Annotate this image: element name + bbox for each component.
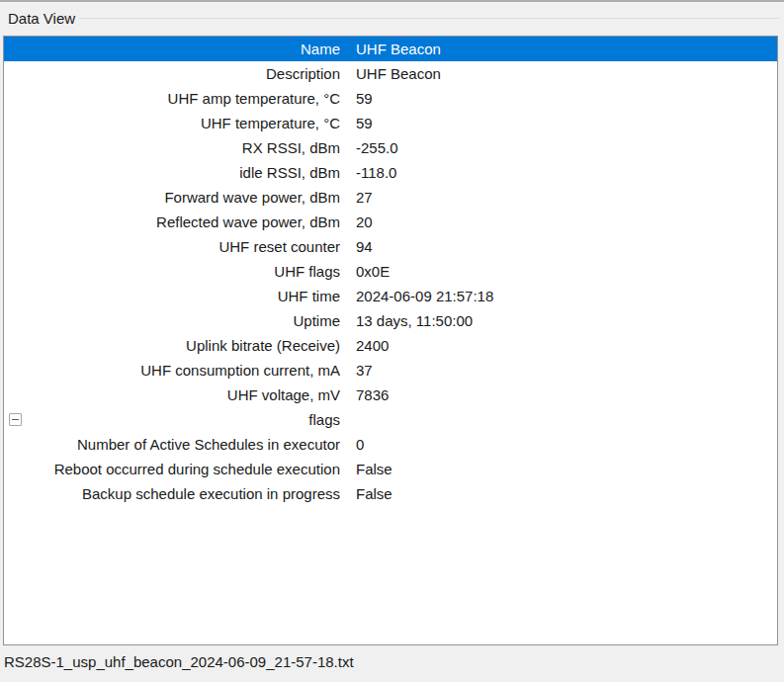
- table-row[interactable]: UHF flags 0x0E: [4, 259, 777, 284]
- row-label: RX RSSI, dBm: [4, 139, 352, 156]
- row-value: 2400: [352, 337, 777, 354]
- status-filename: RS28S-1_usp_uhf_beacon_2024-06-09_21-57-…: [4, 653, 354, 670]
- row-label: idle RSSI, dBm: [4, 164, 352, 181]
- row-label: flags: [4, 411, 352, 428]
- panel-title: Data View: [8, 10, 79, 27]
- row-value: False: [352, 485, 777, 502]
- table-row[interactable]: RX RSSI, dBm -255.0: [4, 135, 777, 160]
- table-row[interactable]: UHF temperature, °C 59: [4, 111, 777, 135]
- row-value: 94: [352, 238, 777, 255]
- row-label: UHF time: [4, 288, 352, 304]
- row-value: 37: [352, 362, 777, 379]
- row-value: False: [352, 461, 777, 477]
- table-row[interactable]: flags: [4, 407, 777, 432]
- table-row[interactable]: Backup schedule execution in progress Fa…: [4, 481, 777, 506]
- header-value-column[interactable]: UHF Beacon: [352, 41, 777, 57]
- table-row[interactable]: UHF time 2024-06-09 21:57:18: [4, 284, 777, 308]
- row-label: UHF consumption current, mA: [4, 362, 352, 379]
- row-label: UHF flags: [4, 263, 352, 280]
- row-label: Number of Active Schedules in executor: [4, 436, 352, 453]
- row-value: 2024-06-09 21:57:18: [352, 288, 777, 304]
- row-value: 13 days, 11:50:00: [352, 312, 777, 329]
- table-row[interactable]: UHF consumption current, mA 37: [4, 358, 777, 383]
- row-label: Uplink bitrate (Receive): [4, 337, 352, 354]
- table-row[interactable]: Uplink bitrate (Receive) 2400: [4, 333, 777, 358]
- data-view-panel: Data View Name UHF Beacon Description UH…: [0, 0, 784, 682]
- table-row[interactable]: idle RSSI, dBm -118.0: [4, 160, 777, 185]
- telemetry-listview[interactable]: Name UHF Beacon Description UHF Beacon U…: [3, 36, 778, 645]
- table-row[interactable]: Uptime 13 days, 11:50:00: [4, 308, 777, 333]
- row-value: 59: [352, 115, 777, 131]
- row-value: 0x0E: [352, 263, 777, 280]
- row-label: UHF voltage, mV: [4, 386, 352, 403]
- table-rows: Description UHF Beacon UHF amp temperatu…: [4, 61, 777, 506]
- header-name-column[interactable]: Name: [4, 41, 352, 57]
- row-label: Reboot occurred during schedule executio…: [4, 461, 352, 477]
- row-label: Description: [4, 65, 352, 82]
- row-value: 27: [352, 189, 777, 206]
- listview-header-row[interactable]: Name UHF Beacon: [4, 37, 777, 61]
- row-value: -118.0: [352, 164, 777, 181]
- row-value: UHF Beacon: [352, 65, 777, 82]
- row-label: Backup schedule execution in progress: [4, 485, 352, 502]
- minus-box-icon[interactable]: [9, 413, 22, 426]
- row-label: UHF temperature, °C: [4, 115, 352, 131]
- table-row[interactable]: Reflected wave power, dBm 20: [4, 210, 777, 234]
- table-row[interactable]: Description UHF Beacon: [4, 61, 777, 86]
- row-value: 0: [352, 436, 777, 453]
- panel-top-border: [0, 0, 784, 2]
- table-row[interactable]: Reboot occurred during schedule executio…: [4, 457, 777, 481]
- table-row[interactable]: UHF voltage, mV 7836: [4, 383, 777, 407]
- groupbox-border-line: [75, 18, 780, 19]
- row-label: Uptime: [4, 312, 352, 329]
- table-row[interactable]: Number of Active Schedules in executor 0: [4, 432, 777, 457]
- status-bar: RS28S-1_usp_uhf_beacon_2024-06-09_21-57-…: [0, 645, 784, 682]
- row-value: 7836: [352, 386, 777, 403]
- row-label: UHF amp temperature, °C: [4, 90, 352, 107]
- row-value: -255.0: [352, 139, 777, 156]
- table-row[interactable]: UHF reset counter 94: [4, 234, 777, 259]
- table-row[interactable]: UHF amp temperature, °C 59: [4, 86, 777, 111]
- row-label: Forward wave power, dBm: [4, 189, 352, 206]
- table-row[interactable]: Forward wave power, dBm 27: [4, 185, 777, 210]
- row-value: 59: [352, 90, 777, 107]
- row-label: Reflected wave power, dBm: [4, 213, 352, 230]
- row-label: UHF reset counter: [4, 238, 352, 255]
- row-value: 20: [352, 213, 777, 230]
